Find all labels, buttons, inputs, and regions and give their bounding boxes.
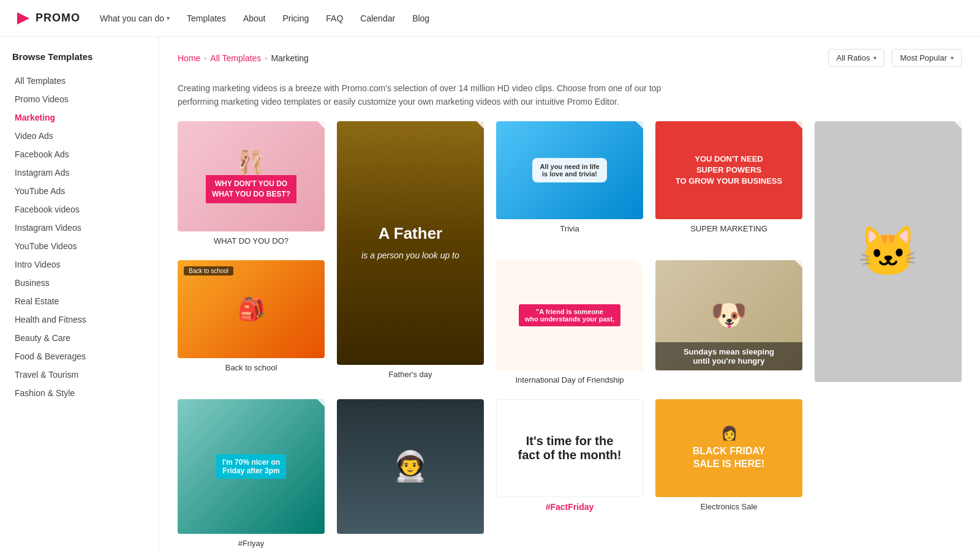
fathers-day-overlay: A Father is a person you look up to — [361, 222, 459, 263]
breadcrumb-sep-1: › — [204, 54, 206, 62]
chevron-down-icon: ▾ — [873, 54, 876, 61]
sunday-overlay: Sundays mean sleepinguntil you're hungry — [655, 342, 802, 370]
card-label-back-to-school: Back to school — [178, 358, 325, 375]
nav-item-calendar[interactable]: Calendar — [360, 13, 395, 23]
template-card-kitten[interactable]: Preview 🐱 — [815, 121, 962, 387]
sidebar-item-instagram-videos[interactable]: Instagram Videos — [12, 219, 146, 237]
category-description: Creating marketing videos is a breeze wi… — [159, 74, 710, 121]
sidebar-item-facebook-ads[interactable]: Facebook Ads — [12, 145, 146, 163]
main-content: Home › All Templates › Marketing All Rat… — [159, 37, 980, 551]
svg-marker-0 — [17, 12, 29, 24]
template-card-fact-friday[interactable]: It's time for thefact of the month! #Fac… — [496, 399, 643, 550]
logo-icon — [15, 10, 32, 27]
chevron-down-icon: ▾ — [951, 54, 954, 61]
breadcrumb: Home › All Templates › Marketing — [178, 53, 309, 63]
card-label-friendship: International Day of Friendship — [496, 370, 643, 387]
template-grid: Preview 🩰 WHY DON'T YOU DOWHAT YOU DO BE… — [159, 121, 980, 551]
black-friday-overlay: BLACK FRIDAYSALE IS HERE! — [693, 445, 766, 471]
template-card-nasa[interactable]: 👨‍🚀 — [337, 399, 484, 550]
ratio-filter[interactable]: All Ratios ▾ — [828, 49, 884, 67]
template-card-trivia[interactable]: Preview All you need in lifeis love and … — [496, 121, 643, 248]
template-card-ballet[interactable]: Preview 🩰 WHY DON'T YOU DOWHAT YOU DO BE… — [178, 121, 325, 248]
sidebar-item-marketing[interactable]: Marketing — [12, 108, 146, 127]
sidebar-item-all-templates[interactable]: All Templates — [12, 72, 146, 90]
breadcrumb-all-templates[interactable]: All Templates — [210, 53, 261, 63]
template-card-fathers-day[interactable]: Preview A Father is a person you look up… — [337, 121, 484, 387]
nav-item-about[interactable]: About — [243, 13, 266, 23]
sidebar-title: Browse Templates — [12, 51, 146, 62]
sidebar-item-business[interactable]: Business — [12, 274, 146, 292]
filters: All Ratios ▾ Most Popular ▾ — [828, 49, 962, 67]
page-layout: Browse Templates All Templates Promo Vid… — [0, 37, 980, 551]
nav-item-blog[interactable]: Blog — [412, 13, 429, 23]
card-label-black-friday: Electronics Sale — [655, 497, 802, 514]
friyay-overlay: I'm 70% nicer onFriday after 3pm — [216, 454, 286, 479]
sidebar-item-fashion-style[interactable]: Fashion & Style — [12, 384, 146, 402]
sidebar-item-travel-tourism[interactable]: Travel & Tourism — [12, 365, 146, 384]
card-label-trivia: Trivia — [496, 219, 643, 236]
template-card-black-friday[interactable]: 👩 BLACK FRIDAYSALE IS HERE! Electronics … — [655, 399, 802, 550]
template-card-friyay[interactable]: Preview I'm 70% nicer onFriday after 3pm… — [178, 399, 325, 550]
ballet-overlay-text: WHY DON'T YOU DOWHAT YOU DO BEST? — [206, 175, 296, 203]
sidebar: Browse Templates All Templates Promo Vid… — [0, 37, 159, 551]
popular-filter[interactable]: Most Popular ▾ — [892, 49, 962, 67]
header: PROMO What you can do ▾ Templates About … — [0, 0, 980, 37]
supermarketing-overlay: You Don't NeedSuper PowersTo Grow Your B… — [676, 154, 782, 187]
card-label-fact-friday: #FactFriday — [496, 497, 643, 514]
sidebar-item-youtube-videos[interactable]: YouTube Videos — [12, 237, 146, 255]
sidebar-item-real-estate[interactable]: Real Estate — [12, 292, 146, 310]
nav-item-pricing[interactable]: Pricing — [282, 13, 309, 23]
sidebar-item-video-ads[interactable]: Video Ads — [12, 127, 146, 145]
sidebar-item-youtube-ads[interactable]: YouTube Ads — [12, 182, 146, 200]
sidebar-item-intro-videos[interactable]: Intro Videos — [12, 255, 146, 274]
top-bar: Home › All Templates › Marketing All Rat… — [159, 37, 980, 74]
nav-item-faq[interactable]: FAQ — [326, 13, 343, 23]
template-card-puppy[interactable]: Preview 🐶 Sundays mean sleepinguntil you… — [655, 260, 802, 387]
card-label-super-marketing: SUPER MARKETING — [655, 219, 802, 236]
chevron-down-icon: ▾ — [167, 15, 170, 21]
card-label-friyay: #Friyay — [178, 534, 325, 550]
breadcrumb-sep-2: › — [265, 54, 267, 62]
sidebar-item-promo-videos[interactable]: Promo Videos — [12, 90, 146, 108]
template-card-back-to-school[interactable]: Back to school 🎒 Back to school — [178, 260, 325, 387]
sidebar-item-health-fitness[interactable]: Health and Fitness — [12, 310, 146, 329]
back-to-school-badge: Back to school — [184, 266, 233, 276]
card-label-ballet: WHAT DO YOU DO? — [178, 231, 325, 248]
trivia-overlay: All you need in lifeis love and trivia! — [532, 158, 606, 182]
main-nav: What you can do ▾ Templates About Pricin… — [100, 13, 429, 23]
sidebar-item-food-beverages[interactable]: Food & Beverages — [12, 347, 146, 365]
nav-item-templates[interactable]: Templates — [187, 13, 226, 23]
logo-text: PROMO — [36, 12, 80, 24]
friendship-overlay: "A friend is someonewho understands your… — [519, 304, 621, 326]
card-label-fathers-day: Father's day — [337, 365, 484, 381]
fact-friday-overlay: It's time for thefact of the month! — [511, 427, 629, 470]
sidebar-item-beauty-care[interactable]: Beauty & Care — [12, 329, 146, 347]
logo[interactable]: PROMO — [15, 10, 80, 27]
breadcrumb-home[interactable]: Home — [178, 53, 200, 63]
breadcrumb-current: Marketing — [271, 53, 308, 63]
sidebar-item-facebook-videos[interactable]: Facebook videos — [12, 200, 146, 219]
nav-item-what-you-can-do[interactable]: What you can do ▾ — [100, 13, 170, 23]
template-card-super-marketing[interactable]: Preview You Don't NeedSuper PowersTo Gro… — [655, 121, 802, 248]
template-card-friendship[interactable]: Preview "A friend is someonewho understa… — [496, 260, 643, 387]
sidebar-item-instagram-ads[interactable]: Instagram Ads — [12, 163, 146, 182]
